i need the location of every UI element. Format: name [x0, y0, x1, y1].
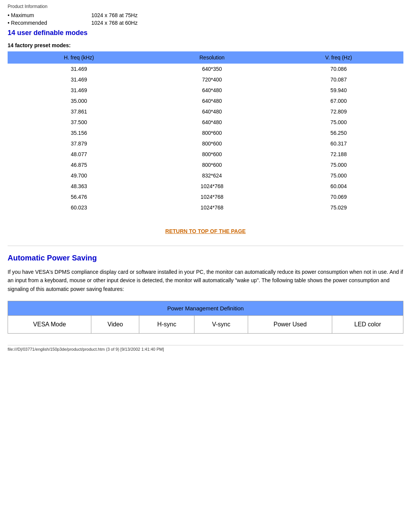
maximum-row: • Maximum 1024 x 768 at 75Hz: [8, 12, 403, 18]
recommended-label: • Recommended: [8, 20, 91, 26]
power-mgmt-col-header-row: VESA Mode Video H-sync V-sync Power Used…: [8, 316, 403, 334]
table-cell: 31.469: [8, 85, 150, 96]
freq-table-header-row: H. freq (kHz) Resolution V. freq (Hz): [8, 51, 403, 64]
freq-table-header-resolution: Resolution: [150, 51, 274, 64]
table-row: 48.077800*60072.188: [8, 149, 403, 160]
table-row: 31.469640*48059.940: [8, 85, 403, 96]
footer-bar: file:///D|/03771/english/150p3de/product…: [8, 345, 403, 351]
table-cell: 48.363: [8, 181, 150, 192]
maximum-value: 1024 x 768 at 75Hz: [91, 12, 137, 18]
table-cell: 56.250: [274, 128, 403, 138]
table-cell: 48.077: [8, 149, 150, 160]
table-cell: 60.023: [8, 202, 150, 213]
table-row: 31.469640*35070.086: [8, 64, 403, 74]
auto-power-description: If you have VESA's DPMS compliance displ…: [8, 268, 403, 293]
table-cell: 70.069: [274, 192, 403, 202]
table-row: 56.4761024*76870.069: [8, 192, 403, 202]
frequency-table: H. freq (kHz) Resolution V. freq (Hz) 31…: [8, 51, 403, 213]
table-cell: 75.000: [274, 117, 403, 128]
table-cell: 800*600: [150, 160, 274, 170]
table-row: 35.156800*60056.250: [8, 128, 403, 138]
table-cell: 37.500: [8, 117, 150, 128]
table-row: 37.861640*48072.809: [8, 106, 403, 117]
factory-preset-heading: 14 factory preset modes:: [8, 42, 403, 48]
table-cell: 1024*768: [150, 202, 274, 213]
table-cell: 67.000: [274, 96, 403, 106]
recommended-value: 1024 x 768 at 60Hz: [91, 20, 137, 26]
specs-section: • Maximum 1024 x 768 at 75Hz • Recommend…: [8, 12, 403, 26]
table-cell: 800*600: [150, 128, 274, 138]
power-mgmt-header-row: Power Management Definition: [8, 301, 403, 316]
table-cell: 60.004: [274, 181, 403, 192]
table-cell: 640*480: [150, 106, 274, 117]
table-cell: 59.940: [274, 85, 403, 96]
power-mgmt-col-hsync: H-sync: [139, 316, 194, 334]
table-cell: 1024*768: [150, 192, 274, 202]
table-cell: 800*600: [150, 149, 274, 160]
section-divider: [8, 246, 403, 246]
return-to-top-link[interactable]: RETURN TO TOP OF THE PAGE: [165, 228, 245, 234]
table-cell: 75.029: [274, 202, 403, 213]
table-row: 48.3631024*76860.004: [8, 181, 403, 192]
table-row: 46.875800*60075.000: [8, 160, 403, 170]
table-cell: 56.476: [8, 192, 150, 202]
maximum-label: • Maximum: [8, 12, 91, 18]
table-cell: 70.086: [274, 64, 403, 74]
product-info-label: Product Information: [8, 4, 403, 9]
table-cell: 640*480: [150, 85, 274, 96]
table-row: 35.000640*48067.000: [8, 96, 403, 106]
table-row: 37.879800*60060.317: [8, 138, 403, 149]
power-mgmt-col-led: LED color: [332, 316, 403, 334]
table-cell: 72.809: [274, 106, 403, 117]
table-cell: 49.700: [8, 170, 150, 181]
table-cell: 75.000: [274, 170, 403, 181]
table-cell: 46.875: [8, 160, 150, 170]
freq-table-header-hfreq: H. freq (kHz): [8, 51, 150, 64]
table-cell: 1024*768: [150, 181, 274, 192]
user-definable-heading: 14 user definable modes: [8, 29, 403, 37]
power-mgmt-col-vesa: VESA Mode: [8, 316, 91, 334]
freq-table-header-vfreq: V. freq (Hz): [274, 51, 403, 64]
table-cell: 800*600: [150, 138, 274, 149]
table-cell: 832*624: [150, 170, 274, 181]
power-mgmt-main-header: Power Management Definition: [8, 301, 403, 316]
table-cell: 70.087: [274, 74, 403, 85]
table-cell: 35.156: [8, 128, 150, 138]
table-row: 60.0231024*76875.029: [8, 202, 403, 213]
table-cell: 37.879: [8, 138, 150, 149]
table-cell: 75.000: [274, 160, 403, 170]
table-cell: 31.469: [8, 64, 150, 74]
auto-power-heading: Automatic Power Saving: [8, 254, 403, 262]
recommended-row: • Recommended 1024 x 768 at 60Hz: [8, 20, 403, 26]
power-mgmt-table: Power Management Definition VESA Mode Vi…: [8, 301, 403, 334]
power-mgmt-col-vsync: V-sync: [194, 316, 248, 334]
table-cell: 31.469: [8, 74, 150, 85]
table-cell: 720*400: [150, 74, 274, 85]
table-cell: 37.861: [8, 106, 150, 117]
table-row: 37.500640*48075.000: [8, 117, 403, 128]
power-mgmt-col-video: Video: [91, 316, 139, 334]
table-row: 49.700832*62475.000: [8, 170, 403, 181]
table-row: 31.469720*40070.087: [8, 74, 403, 85]
table-cell: 60.317: [274, 138, 403, 149]
table-cell: 35.000: [8, 96, 150, 106]
table-cell: 640*350: [150, 64, 274, 74]
return-link-container: RETURN TO TOP OF THE PAGE: [8, 224, 403, 238]
table-cell: 640*480: [150, 96, 274, 106]
table-cell: 72.188: [274, 149, 403, 160]
power-mgmt-col-power-used: Power Used: [248, 316, 332, 334]
table-cell: 640*480: [150, 117, 274, 128]
